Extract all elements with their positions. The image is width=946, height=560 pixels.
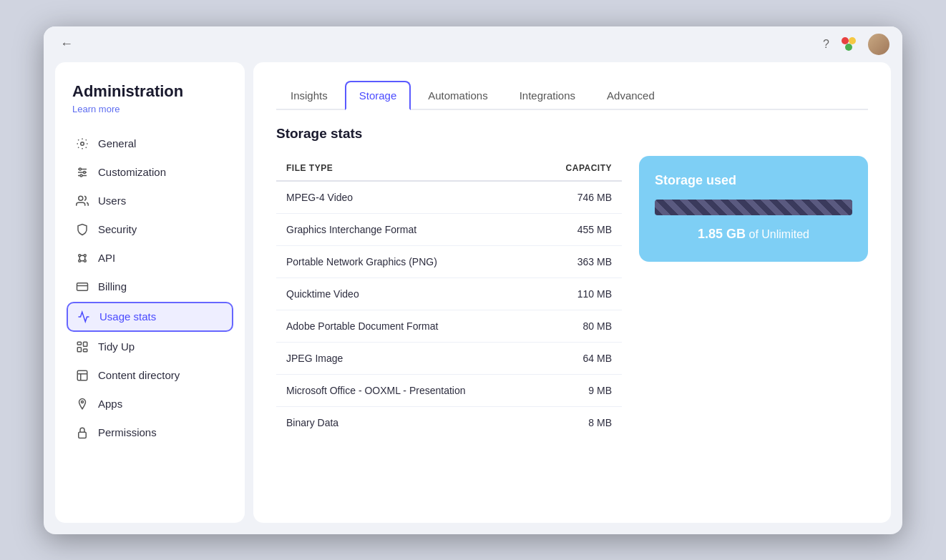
sidebar-nav: General Customization [67, 130, 233, 446]
table-body: MPEG-4 Video 746 MB Graphics Interchange… [276, 182, 622, 438]
table-header: FILE TYPE CAPACITY [276, 156, 622, 182]
cell-capacity: 455 MB [577, 224, 612, 235]
svg-point-10 [79, 196, 83, 200]
cell-file-type: Portable Network Graphics (PNG) [286, 256, 437, 267]
svg-point-2 [845, 44, 852, 51]
sidebar-item-permissions-label: Permissions [98, 426, 157, 438]
help-icon[interactable]: ? [823, 38, 829, 51]
lock-icon [75, 426, 89, 440]
tidy-icon [75, 340, 89, 354]
sidebar-item-billing-label: Billing [98, 280, 127, 293]
card-icon [75, 280, 89, 294]
storage-bar [655, 200, 852, 215]
sidebar-title: Administration [67, 82, 233, 101]
col-file-type: FILE TYPE [286, 163, 333, 173]
svg-point-9 [80, 175, 82, 177]
cell-file-type: Graphics Interchange Format [286, 224, 416, 235]
tab-integrations[interactable]: Integrations [505, 81, 590, 110]
tab-storage[interactable]: Storage [345, 81, 411, 110]
apps-icon [75, 397, 89, 411]
sliders-icon [75, 165, 89, 180]
storage-layout: FILE TYPE CAPACITY MPEG-4 Video 746 MB G… [276, 156, 868, 438]
sidebar: Administration Learn more General [55, 62, 245, 523]
svg-rect-19 [77, 283, 88, 290]
table-row: Portable Network Graphics (PNG) 363 MB [276, 246, 622, 278]
svg-rect-25 [77, 370, 87, 380]
storage-amount-suffix: of Unlimited [749, 228, 809, 240]
sidebar-item-billing[interactable]: Billing [67, 273, 233, 300]
learn-more-link[interactable]: Learn more [67, 104, 233, 114]
sidebar-item-permissions[interactable]: Permissions [67, 419, 233, 446]
storage-card-title: Storage used [655, 173, 852, 188]
sidebar-item-users[interactable]: Users [67, 187, 233, 215]
cell-file-type: MPEG-4 Video [286, 192, 353, 203]
table-row: Binary Data 8 MB [276, 407, 622, 438]
col-capacity: CAPACITY [566, 163, 612, 173]
cell-file-type: Binary Data [286, 417, 338, 428]
content-panel: Insights Storage Automations Integration… [253, 62, 891, 523]
svg-point-11 [79, 254, 81, 256]
sidebar-item-usage-stats-label: Usage stats [99, 310, 156, 323]
gear-icon [75, 137, 89, 151]
app-window: ← ? Administration Learn more [44, 26, 902, 534]
titlebar-left: ← [57, 34, 77, 54]
sidebar-item-customization-label: Customization [98, 166, 166, 178]
sidebar-item-apps-label: Apps [98, 398, 122, 410]
svg-rect-29 [79, 432, 87, 438]
sidebar-item-tidy-up[interactable]: Tidy Up [67, 333, 233, 360]
content-icon [75, 368, 89, 383]
sidebar-item-usage-stats[interactable]: Usage stats [67, 302, 233, 332]
cell-capacity: 110 MB [577, 288, 612, 300]
sidebar-item-content-directory-label: Content directory [98, 369, 180, 381]
table-row: MPEG-4 Video 746 MB [276, 182, 622, 214]
tab-insights[interactable]: Insights [276, 81, 342, 110]
storage-table: FILE TYPE CAPACITY MPEG-4 Video 746 MB G… [276, 156, 622, 438]
sidebar-item-security[interactable]: Security [67, 216, 233, 243]
cell-file-type: Adobe Portable Document Format [286, 320, 438, 332]
table-row: Graphics Interchange Format 455 MB [276, 214, 622, 246]
sidebar-item-tidy-up-label: Tidy Up [98, 340, 135, 353]
tab-advanced[interactable]: Advanced [593, 81, 669, 110]
svg-point-14 [84, 260, 86, 262]
storage-amount-value: 1.85 GB [698, 227, 746, 241]
sidebar-item-general-label: General [98, 137, 136, 149]
sidebar-item-security-label: Security [98, 223, 137, 235]
avatar[interactable] [868, 34, 889, 55]
sidebar-item-apps[interactable]: Apps [67, 390, 233, 418]
svg-point-7 [79, 168, 82, 170]
api-icon [75, 251, 89, 265]
svg-rect-23 [84, 342, 87, 346]
back-button[interactable]: ← [57, 34, 77, 54]
section-title: Storage stats [276, 126, 868, 142]
titlebar-right: ? [823, 34, 889, 55]
sidebar-item-content-directory[interactable]: Content directory [67, 362, 233, 389]
cell-capacity: 64 MB [583, 353, 612, 364]
sidebar-item-general[interactable]: General [67, 130, 233, 157]
users-icon [75, 194, 89, 208]
cell-capacity: 746 MB [577, 192, 612, 203]
cell-file-type: Microsoft Office - OOXML - Presentation [286, 385, 466, 396]
table-row: Microsoft Office - OOXML - Presentation … [276, 375, 622, 407]
cell-capacity: 363 MB [577, 256, 612, 267]
table-row: Quicktime Video 110 MB [276, 278, 622, 310]
tab-automations[interactable]: Automations [414, 81, 502, 110]
storage-card: Storage used 1.85 GB of Unlimited [639, 156, 868, 262]
colorful-icon [839, 35, 858, 54]
sidebar-item-customization[interactable]: Customization [67, 159, 233, 186]
cell-file-type: JPEG Image [286, 353, 343, 364]
svg-point-1 [849, 37, 856, 44]
cell-file-type: Quicktime Video [286, 288, 359, 300]
svg-rect-24 [84, 349, 87, 352]
tabs: Insights Storage Automations Integration… [276, 79, 868, 110]
chart-icon [77, 310, 91, 324]
svg-point-12 [84, 254, 86, 256]
main-area: Administration Learn more General [44, 62, 902, 534]
svg-point-28 [82, 401, 84, 403]
sidebar-item-api-label: API [98, 252, 115, 264]
sidebar-item-api[interactable]: API [67, 245, 233, 272]
svg-point-8 [84, 171, 86, 173]
svg-rect-22 [77, 347, 81, 351]
svg-point-3 [81, 142, 84, 145]
sidebar-item-users-label: Users [98, 195, 126, 207]
table-row: JPEG Image 64 MB [276, 343, 622, 375]
